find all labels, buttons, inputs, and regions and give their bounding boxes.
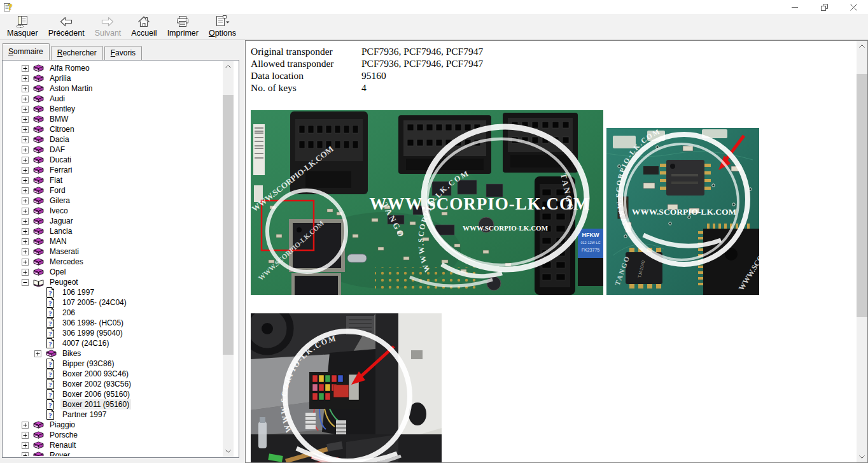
content-scrollbar[interactable] — [857, 41, 867, 462]
minus-expander-icon[interactable] — [21, 278, 29, 287]
tree-item[interactable]: Citroen — [4, 124, 221, 134]
tree-item[interactable]: Ferrari — [4, 165, 221, 175]
tree-item[interactable]: Mercedes — [4, 257, 221, 267]
tree-item[interactable]: ?4007 (24C16) — [4, 338, 221, 348]
tree-item[interactable]: Bentley — [4, 104, 221, 114]
tree-item[interactable]: Peugeot — [4, 277, 221, 287]
tree-item[interactable]: Opel — [4, 267, 221, 277]
plus-expander-icon[interactable] — [21, 105, 29, 113]
tree-item[interactable]: Renault — [4, 440, 221, 450]
restore-button[interactable] — [809, 0, 839, 14]
print-button[interactable]: Imprimer — [162, 15, 204, 39]
relay: HFKW 012-12W-LC FK23775 — [578, 229, 603, 286]
book-closed-icon — [33, 206, 45, 216]
tree-item[interactable]: ?306 1999 (95040) — [4, 328, 221, 338]
tree-item[interactable]: ?206 — [4, 308, 221, 318]
tree-item[interactable]: ?Partner 1997 — [4, 410, 221, 420]
plus-expander-icon[interactable] — [21, 452, 29, 457]
tree-item[interactable]: Aprilia — [4, 73, 221, 83]
plus-expander-icon[interactable] — [21, 207, 29, 215]
home-button[interactable]: Accueil — [126, 15, 162, 39]
close-button[interactable] — [839, 0, 868, 14]
tree-item[interactable]: ?306 1998- (HC05) — [4, 318, 221, 328]
tree-item[interactable]: ?Boxer 2011 (95160) — [4, 399, 221, 410]
contents-treebox: Alfa RomeoApriliaAston MartinAudiBentley… — [2, 60, 239, 458]
plus-expander-icon[interactable] — [21, 248, 29, 256]
tree-item[interactable]: MAN — [4, 236, 221, 246]
tree-item-label: Mercedes — [48, 257, 85, 267]
tree-item-label: BMW — [48, 114, 70, 124]
minimize-button[interactable] — [780, 0, 809, 14]
book-closed-icon — [33, 124, 45, 134]
tree-item[interactable]: Rover — [4, 450, 221, 456]
content-scrollbar-thumb[interactable] — [857, 74, 867, 317]
plus-expander-icon[interactable] — [21, 64, 29, 73]
tree-item[interactable]: Maserati — [4, 246, 221, 257]
info-label: Allowed transponder — [251, 57, 361, 69]
tree-item[interactable]: Ford — [4, 185, 221, 196]
tree-item[interactable]: Lancia — [4, 226, 221, 236]
back-button[interactable]: Précédent — [43, 15, 90, 39]
tree-item[interactable]: Fiat — [4, 175, 221, 185]
plus-expander-icon[interactable] — [21, 187, 29, 195]
tree-item[interactable]: ?Boxer 2006 (95160) — [4, 389, 221, 399]
tree-item[interactable]: Iveco — [4, 206, 221, 216]
plus-expander-icon[interactable] — [21, 217, 29, 225]
tree-item[interactable]: Jaguar — [4, 216, 221, 226]
plus-expander-icon[interactable] — [21, 258, 29, 266]
info-label: Data location — [251, 69, 361, 82]
tree-item[interactable]: Audi — [4, 94, 221, 104]
tree-scrollbar[interactable] — [223, 61, 234, 457]
tree-item[interactable]: Alfa Romeo — [4, 63, 221, 73]
tree-item[interactable]: Aston Martin — [4, 83, 221, 94]
plus-expander-icon[interactable] — [34, 350, 42, 358]
plus-expander-icon[interactable] — [21, 95, 29, 103]
plus-expander-icon[interactable] — [21, 431, 29, 439]
book-closed-icon — [33, 185, 45, 196]
tree-item-label: Opel — [48, 267, 67, 277]
scroll-down-icon[interactable] — [223, 446, 234, 457]
hide-button[interactable]: Masquer — [2, 15, 43, 39]
tree-item-label: Maserati — [48, 246, 81, 257]
tree-item[interactable]: Bikes — [4, 348, 221, 359]
tab-rechercher[interactable]: Rechercher — [51, 46, 103, 60]
plus-expander-icon[interactable] — [21, 238, 29, 246]
tree-item[interactable]: ?Boxer 2000 93C46) — [4, 369, 221, 379]
scroll-up-icon[interactable] — [857, 41, 867, 52]
eeprom-chip — [660, 160, 711, 196]
plus-expander-icon[interactable] — [21, 156, 29, 164]
tree-item-label: Boxer 2002 (93C56) — [60, 379, 133, 389]
svg-text:?: ? — [48, 391, 52, 399]
tree-scrollbar-thumb[interactable] — [223, 95, 234, 355]
plus-expander-icon[interactable] — [21, 146, 29, 154]
plus-expander-icon[interactable] — [21, 75, 29, 83]
tab-sommaire[interactable]: Sommaire — [2, 43, 50, 60]
scroll-down-icon[interactable] — [857, 452, 867, 462]
plus-expander-icon[interactable] — [21, 441, 29, 450]
scroll-up-icon[interactable] — [223, 61, 234, 72]
plus-expander-icon[interactable] — [21, 136, 29, 144]
plus-expander-icon[interactable] — [21, 227, 29, 236]
tree-item[interactable]: ?Boxer 2002 (93C56) — [4, 379, 221, 389]
tab-favoris[interactable]: Favoris — [104, 46, 142, 60]
plus-expander-icon[interactable] — [21, 85, 29, 93]
tree-item[interactable]: BMW — [4, 114, 221, 124]
tree-item[interactable]: DAF — [4, 145, 221, 155]
tree-item[interactable]: Gilera — [4, 196, 221, 206]
plus-expander-icon[interactable] — [21, 125, 29, 134]
plus-expander-icon[interactable] — [21, 197, 29, 205]
tree-item[interactable]: Piaggio — [4, 420, 221, 430]
tree-item[interactable]: Ducati — [4, 155, 221, 165]
plus-expander-icon[interactable] — [21, 166, 29, 175]
tree-item[interactable]: ?Bipper (93C86) — [4, 359, 221, 369]
tree-item[interactable]: Porsche — [4, 430, 221, 440]
plus-expander-icon[interactable] — [21, 176, 29, 185]
plus-expander-icon[interactable] — [21, 115, 29, 124]
forward-button[interactable]: Suivant — [90, 15, 127, 39]
tree-item[interactable]: ?107 2005- (24C04) — [4, 297, 221, 308]
options-button[interactable]: Options — [204, 15, 241, 39]
plus-expander-icon[interactable] — [21, 421, 29, 429]
plus-expander-icon[interactable] — [21, 268, 29, 276]
tree-item[interactable]: ?106 1997 — [4, 287, 221, 297]
tree-item[interactable]: Dacia — [4, 134, 221, 145]
